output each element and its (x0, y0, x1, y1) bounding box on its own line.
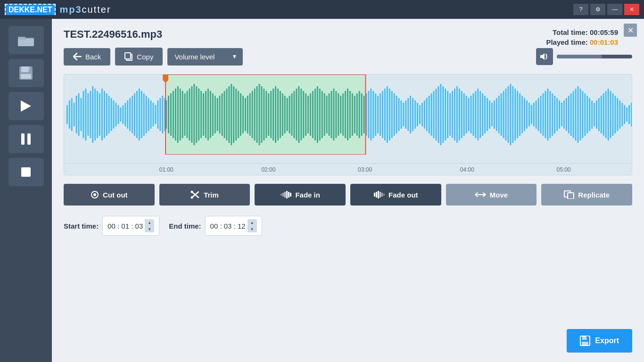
svg-rect-14 (66, 105, 68, 124)
trim-label: Trim (204, 191, 219, 199)
svg-rect-45 (139, 89, 140, 140)
end-time-up[interactable]: ▲ (248, 219, 257, 226)
svg-rect-34 (113, 100, 115, 129)
svg-rect-2 (18, 37, 25, 40)
svg-marker-7 (21, 100, 31, 112)
svg-rect-196 (489, 100, 490, 129)
svg-rect-52 (155, 105, 156, 124)
trim-button[interactable]: Trim (159, 184, 250, 206)
svg-rect-248 (610, 91, 611, 138)
svg-rect-28 (99, 93, 100, 136)
start-time-down[interactable]: ▼ (145, 226, 154, 232)
svg-rect-226 (559, 100, 560, 129)
svg-rect-22 (85, 89, 86, 140)
stop-button[interactable] (8, 158, 44, 186)
svg-rect-272 (380, 192, 381, 197)
help-button[interactable]: ? (573, 4, 588, 15)
close-button[interactable]: ✕ (624, 4, 639, 15)
open-folder-button[interactable] (8, 26, 44, 54)
svg-rect-242 (596, 100, 597, 129)
svg-rect-195 (487, 98, 488, 131)
volume-track[interactable] (557, 55, 632, 58)
settings-button[interactable]: ⚙ (590, 4, 605, 15)
back-button[interactable]: Back (64, 48, 110, 66)
window-controls: ? ⚙ — ✕ (573, 4, 639, 15)
svg-rect-43 (134, 93, 135, 136)
selection-overlay (165, 74, 365, 155)
fadein-label: Fade in (295, 191, 320, 199)
svg-rect-198 (494, 100, 495, 129)
back-label: Back (85, 53, 101, 61)
svg-rect-238 (586, 96, 588, 133)
export-button[interactable]: Export (567, 329, 632, 353)
svg-rect-158 (401, 100, 402, 129)
svg-rect-161 (407, 98, 409, 131)
svg-rect-212 (526, 100, 528, 129)
svg-rect-16 (71, 98, 73, 131)
volume-select[interactable]: Volume level Low Medium High (167, 48, 243, 66)
svg-rect-47 (143, 93, 145, 136)
svg-rect-54 (159, 98, 161, 131)
replicate-button[interactable]: Replicate (541, 184, 632, 206)
fadeout-label: Fade out (388, 191, 418, 199)
svg-rect-250 (614, 96, 616, 133)
svg-rect-189 (472, 93, 474, 136)
svg-rect-48 (146, 96, 147, 133)
start-time-up[interactable]: ▲ (145, 219, 154, 226)
svg-rect-145 (370, 89, 372, 140)
svg-rect-235 (579, 89, 581, 140)
end-time-label: End time: (169, 222, 201, 230)
svg-rect-5 (28, 66, 30, 70)
svg-rect-203 (505, 89, 507, 140)
svg-rect-18 (76, 96, 77, 133)
svg-rect-168 (424, 100, 425, 129)
svg-rect-266 (286, 191, 288, 198)
move-button[interactable]: Move (446, 184, 537, 206)
cutout-icon (91, 190, 99, 199)
waveform-container[interactable]: 01:00 02:00 03:00 04:00 05:00 (64, 74, 632, 175)
svg-rect-223 (552, 93, 553, 136)
svg-point-262 (191, 197, 193, 199)
play-button[interactable] (8, 92, 44, 120)
svg-rect-211 (524, 98, 525, 131)
svg-rect-201 (501, 93, 502, 136)
svg-rect-213 (528, 103, 530, 126)
svg-rect-179 (449, 93, 451, 136)
cutter-text: cutter (82, 4, 111, 15)
content-close-button[interactable]: ✕ (624, 24, 637, 37)
svg-rect-8 (21, 133, 25, 145)
svg-rect-20 (81, 98, 82, 131)
fadeout-button[interactable]: Fade out (350, 184, 441, 206)
svg-rect-156 (396, 96, 397, 133)
svg-rect-255 (626, 107, 627, 122)
end-time-input[interactable]: 00 : 03 : 12 ▲ ▼ (205, 216, 262, 236)
toolbar: Back Copy Volume level Low Medium High ▼ (64, 48, 632, 66)
end-time-down[interactable]: ▼ (248, 226, 257, 232)
svg-rect-180 (452, 91, 453, 138)
start-time-input[interactable]: 00 : 01 : 03 ▲ ▼ (102, 216, 159, 236)
svg-rect-40 (127, 100, 128, 129)
svg-rect-231 (570, 93, 572, 136)
svg-rect-19 (78, 93, 80, 136)
minimize-button[interactable]: — (607, 4, 622, 15)
fadein-button[interactable]: Fade in (255, 184, 346, 206)
svg-rect-153 (389, 89, 390, 140)
svg-rect-166 (419, 105, 421, 124)
export-save-icon (580, 336, 590, 346)
svg-rect-39 (124, 103, 126, 126)
cutout-button[interactable]: Cut out (64, 184, 155, 206)
svg-rect-273 (381, 193, 383, 197)
copy-label: Copy (137, 53, 153, 61)
svg-rect-162 (410, 96, 411, 133)
svg-rect-221 (547, 89, 548, 140)
svg-rect-148 (377, 96, 379, 133)
svg-rect-278 (582, 336, 587, 340)
svg-rect-42 (132, 96, 133, 133)
save-button[interactable] (8, 59, 44, 87)
copy-button[interactable]: Copy (115, 48, 163, 66)
logo-area: DEKKE.NET mp3cutter (5, 4, 111, 15)
svg-rect-200 (498, 96, 500, 133)
svg-rect-193 (482, 93, 483, 136)
svg-rect-247 (608, 89, 609, 140)
pause-button[interactable] (8, 125, 44, 153)
